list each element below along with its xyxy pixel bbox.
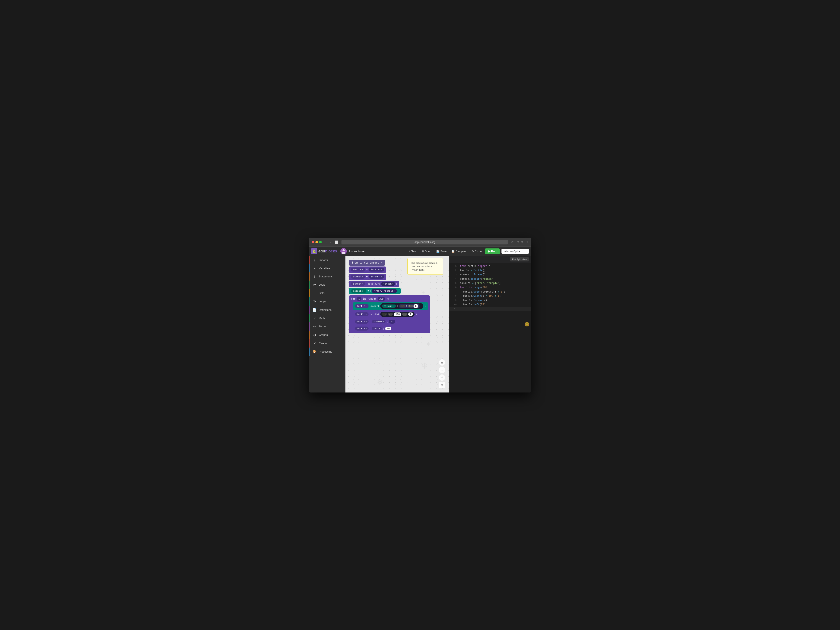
for-body: turtle ▾ .color( colours ▾ [	[353, 302, 428, 332]
sidebar-item-variables[interactable]: ≡ Variables	[309, 264, 345, 272]
extras-button[interactable]: ⚙ Extras	[469, 248, 485, 254]
sidebar-item-graphs[interactable]: ◑ Graphs	[309, 331, 345, 339]
for-close: ):	[387, 297, 389, 300]
line-content-3: screen = Screen()	[460, 273, 486, 277]
code-lines[interactable]: 1 from turtle import * 2 turtle = Turtle…	[449, 263, 531, 393]
left-method-selector[interactable]: left ▾	[372, 327, 382, 330]
sidebar-item-math[interactable]: √ Math	[309, 314, 345, 322]
i-var-mod[interactable]: i ▾	[400, 305, 405, 308]
sidebar-item-loops[interactable]: ↻ Loops	[309, 297, 345, 306]
sidebar-item-imports[interactable]: ↓ Imports	[309, 256, 345, 264]
bgcolour-method-text: .bgcolour(	[366, 283, 380, 285]
sidebar-label-statements: Statements	[319, 275, 333, 278]
sidebar-item-random[interactable]: ✕ Random	[309, 339, 345, 347]
div-num[interactable]: 100	[394, 313, 401, 316]
zoom-out-button[interactable]: −	[439, 374, 445, 381]
sidebar-item-lists[interactable]: ☰ Lists	[309, 289, 345, 297]
forward-button[interactable]: ›	[328, 240, 332, 244]
turtle-var-width[interactable]: turtle ▾	[355, 312, 369, 316]
zoom-in-button[interactable]: +	[439, 367, 445, 373]
blocks-container: from turtle import * turtle ▾ = Turtle()	[349, 260, 430, 334]
colours-assign-block[interactable]: colours ▾ = [ "red", "purple" ]	[349, 288, 401, 294]
turtle-var-color[interactable]: turtle ▾	[355, 304, 369, 308]
svg-text:🐍: 🐍	[312, 249, 316, 253]
run-button[interactable]: ▶ Run	[485, 248, 500, 254]
colours-value[interactable]: "red", "purple"	[372, 289, 397, 293]
screen2-dropdown-arrow: ▾	[362, 283, 363, 285]
reading-list-button[interactable]: ⊞	[521, 240, 523, 244]
samples-button[interactable]: 📋 Samples	[449, 248, 469, 254]
new-button[interactable]: + New	[406, 248, 419, 254]
sidebar-item-statements[interactable]: ! Statements	[309, 272, 345, 281]
turtle-var[interactable]: turtle ▾	[351, 268, 365, 272]
back-button[interactable]: ‹	[325, 240, 328, 244]
forward-open: (	[387, 320, 388, 323]
screen-var2[interactable]: screen ▾	[351, 282, 365, 286]
minimize-button[interactable]	[316, 241, 318, 243]
turtle-assign-block[interactable]: turtle ▾ = Turtle()	[349, 267, 386, 273]
screen-var[interactable]: screen ▾	[351, 275, 365, 279]
for-loop-var[interactable]: i	[357, 297, 362, 301]
forward-close: )	[396, 320, 398, 323]
sidebar-item-logic[interactable]: ⇄ Logic	[309, 281, 345, 289]
left-method-text: left	[374, 327, 379, 330]
nav-buttons: ‹ ›	[325, 240, 332, 244]
colours-dropdown-arrow: ▾	[363, 290, 364, 292]
graphs-icon: ◑	[313, 333, 317, 337]
sidebar-item-definitions[interactable]: 📄 Definitions	[309, 306, 345, 314]
logo-area: 🐍 edublocks	[311, 248, 337, 254]
turtle-var-left[interactable]: turtle ▾	[355, 327, 369, 330]
mod-block[interactable]: i ▾ % % ▾ 6	[399, 304, 420, 308]
refresh-button[interactable]: ↺	[510, 240, 515, 244]
exit-split-button[interactable]: Exit Split View	[510, 257, 529, 261]
turtle-var-forward[interactable]: turtle ▾	[355, 320, 369, 324]
colours-ref-block[interactable]: colours ▾	[382, 305, 396, 308]
line-num-4: 4	[452, 277, 456, 281]
new-tab-button[interactable]: +	[526, 240, 528, 244]
i-var-width[interactable]: i ▾	[382, 313, 387, 316]
colours-var[interactable]: colours ▾	[351, 289, 366, 293]
logic-icon: ⇄	[313, 283, 317, 287]
close-button[interactable]	[312, 241, 314, 243]
maximize-button[interactable]	[319, 241, 322, 243]
share-button[interactable]: ⬆	[517, 240, 519, 244]
colours-equals: =	[368, 289, 369, 292]
div-op-selector[interactable]: / ▾	[388, 313, 393, 316]
forward-method-selector[interactable]: forward ▾	[372, 320, 385, 323]
imports-icon: ↓	[313, 258, 317, 262]
browser-window: ‹ › ⬜ ↺ ⬆ ⊞ + 🐍 edublocks	[309, 238, 531, 393]
line-content-11	[460, 307, 460, 311]
bgcolour-block[interactable]: screen ▾ .bgcolour( "black" )	[349, 281, 399, 287]
crosshair-button[interactable]: ⊕	[439, 359, 445, 366]
turtle-left-block[interactable]: turtle ▾ . left ▾ ( 59 )	[353, 325, 428, 332]
turtle-color-block[interactable]: turtle ▾ .color( colours ▾ [	[353, 302, 428, 310]
sidebar-label-imports: Imports	[319, 259, 328, 262]
trash-button[interactable]: 🗑	[439, 382, 445, 388]
add-op-selector[interactable]: + ▾	[402, 313, 407, 316]
forward-var[interactable]: i ▾	[389, 320, 395, 324]
screen-var2-text: screen	[353, 283, 362, 285]
mod-op-selector[interactable]: % ▾	[408, 305, 413, 308]
save-button[interactable]: 💾 Save	[434, 248, 449, 254]
turtle-forward-block[interactable]: turtle ▾ . forward ▾ ( i	[353, 319, 428, 325]
address-bar[interactable]	[341, 240, 508, 245]
add-num[interactable]: 1	[408, 313, 413, 316]
for-range-val[interactable]: 360	[377, 297, 385, 301]
sidebar-item-turtle[interactable]: ✏ Turtle	[309, 322, 345, 331]
sidebar-item-processing[interactable]: 🎨 Processing	[309, 347, 345, 356]
for-loop-block[interactable]: for i in range( 360 ): turtle ▾	[349, 295, 430, 333]
bgcolour-value[interactable]: "black"	[381, 282, 395, 286]
line-content-4: screen.bgcolor("black")	[460, 277, 495, 281]
screen-assign-block[interactable]: screen ▾ = Screen()	[349, 274, 386, 280]
turtle-width-block[interactable]: turtle ▾ .width( i ▾	[353, 311, 428, 318]
bg-deco-4: ✦	[425, 340, 431, 348]
open-button[interactable]: ⊞ Open	[419, 248, 434, 254]
line-num-7: 7	[452, 290, 456, 294]
import-block[interactable]: from turtle import *	[349, 260, 385, 266]
mod-num[interactable]: 6	[414, 304, 418, 308]
tab-view-button[interactable]: ⬜	[334, 240, 339, 244]
bgcolour-close: )	[396, 283, 397, 285]
left-val[interactable]: 59	[385, 327, 391, 330]
width-inner: i ▾ / ▾ 100 +	[380, 312, 415, 317]
project-name-input[interactable]	[502, 249, 529, 254]
